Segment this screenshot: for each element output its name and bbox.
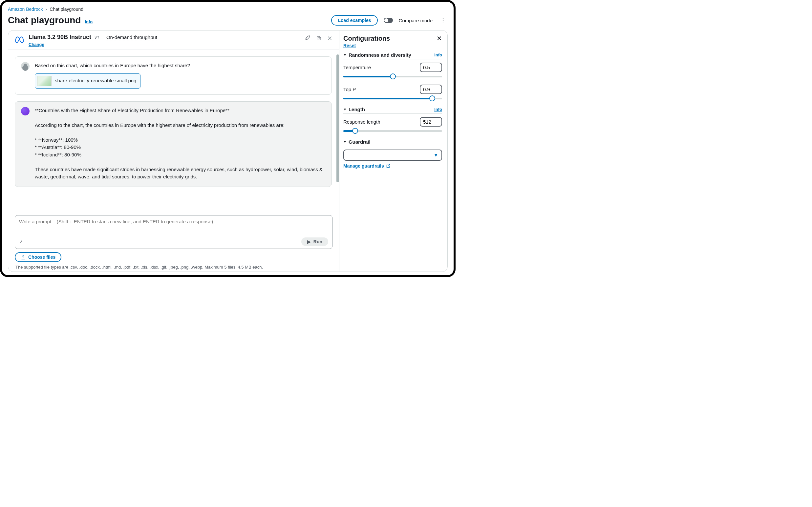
section-guardrail[interactable]: ▼ Guardrail [343, 139, 370, 145]
page-title: Chat playground [8, 15, 81, 25]
assistant-intro: According to the chart, the countries in… [35, 122, 325, 129]
breadcrumb-current: Chat playground [50, 7, 83, 12]
info-length[interactable]: Info [434, 107, 442, 112]
assistant-bullet: * **Iceland**: 80-90% [35, 151, 325, 159]
run-label: Run [313, 239, 322, 244]
caret-down-icon: ▼ [343, 108, 347, 111]
load-examples-button[interactable]: Load examples [331, 15, 377, 25]
assistant-outro: These countries have made significant st… [35, 166, 325, 181]
divider [103, 35, 103, 40]
attachment-thumbnail [37, 76, 52, 86]
assistant-bullet: * **Austria**: 80-90% [35, 144, 325, 151]
temperature-label: Temperature [343, 65, 371, 70]
user-message-text: Based on this chart, which countries in … [35, 62, 325, 69]
rocket-icon[interactable] [305, 35, 311, 41]
run-button[interactable]: ▶ Run [301, 237, 328, 246]
compare-mode-label: Compare mode [399, 18, 433, 23]
configurations-panel: Configurations ✕ Reset ▼ Randomness and … [339, 31, 447, 272]
meta-logo-icon [15, 35, 24, 44]
config-title: Configurations [343, 35, 390, 42]
response-length-label: Response length [343, 119, 380, 125]
attachment-filename: share-electricity-renewable-small.png [55, 77, 136, 84]
topp-input[interactable] [420, 84, 442, 94]
change-model-link[interactable]: Change [29, 42, 44, 47]
info-link[interactable]: Info [85, 19, 93, 24]
copy-icon[interactable] [316, 36, 322, 41]
temperature-input[interactable] [420, 63, 442, 72]
breadcrumb: Amazon Bedrock › Chat playground [8, 7, 448, 12]
caret-down-icon: ▼ [343, 53, 347, 57]
assistant-heading: **Countries with the Highest Share of El… [35, 107, 325, 114]
choose-files-label: Choose files [28, 255, 55, 260]
assistant-message: **Countries with the Highest Share of El… [15, 101, 332, 187]
manage-guardrails-link[interactable]: Manage guardrails [343, 163, 391, 169]
guardrail-select[interactable]: ▼ [343, 150, 442, 161]
choose-files-button[interactable]: Choose files [15, 252, 61, 262]
reset-link[interactable]: Reset [343, 43, 356, 48]
external-link-icon [386, 164, 391, 168]
svg-rect-0 [318, 37, 321, 40]
user-avatar-icon [21, 62, 30, 70]
response-length-input[interactable] [420, 117, 442, 127]
throughput-mode[interactable]: On-demand throughput [106, 35, 157, 40]
scrollbar[interactable] [337, 54, 339, 182]
temperature-slider[interactable] [343, 74, 442, 79]
close-config-icon[interactable]: ✕ [437, 35, 442, 42]
play-icon: ▶ [307, 239, 311, 244]
info-randomness[interactable]: Info [434, 52, 442, 57]
prompt-box: ⤢ ▶ Run [15, 215, 333, 249]
upload-icon [21, 255, 26, 260]
section-length[interactable]: ▼ Length [343, 107, 365, 112]
chat-scroll[interactable]: Based on this chart, which countries in … [8, 50, 339, 213]
assistant-avatar-icon [21, 107, 30, 115]
expand-icon[interactable]: ⤢ [19, 239, 23, 244]
close-icon[interactable] [327, 36, 333, 41]
topp-label: Top P [343, 87, 356, 92]
attachment-chip[interactable]: share-electricity-renewable-small.png [35, 73, 141, 89]
section-randomness[interactable]: ▼ Randomness and diversity [343, 52, 411, 58]
model-name: Llama 3.2 90B Instruct [29, 34, 91, 41]
model-version: v1 [95, 35, 99, 40]
assistant-bullet: * **Norway**: 100% [35, 136, 325, 144]
compare-mode-toggle[interactable] [384, 18, 393, 23]
prompt-input[interactable] [19, 219, 328, 234]
model-header: Llama 3.2 90B Instruct v1 On-demand thro… [8, 31, 339, 50]
file-types-hint: The supported file types are .csv, .doc,… [15, 265, 332, 270]
caret-down-icon: ▼ [343, 140, 347, 144]
svg-rect-1 [317, 36, 320, 39]
topp-slider[interactable] [343, 96, 442, 101]
caret-down-icon: ▼ [434, 153, 438, 158]
user-message: Based on this chart, which countries in … [15, 56, 332, 95]
more-menu-icon[interactable]: ⋮ [439, 16, 448, 24]
response-length-slider[interactable] [343, 128, 442, 133]
breadcrumb-root[interactable]: Amazon Bedrock [8, 7, 43, 12]
chevron-right-icon: › [46, 7, 47, 12]
